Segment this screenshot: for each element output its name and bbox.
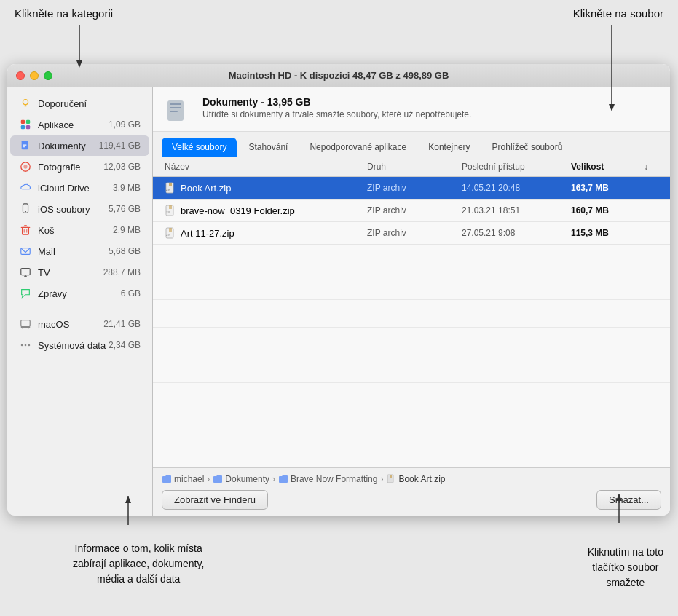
minimize-button[interactable]	[30, 71, 39, 80]
empty-row	[153, 272, 670, 300]
sidebar-label: Doporučení	[38, 98, 141, 109]
sidebar-item-icloud[interactable]: iCloud Drive 3,9 MB	[10, 178, 149, 198]
breadcrumb-item-file: Book Art.zip	[386, 474, 445, 484]
sidebar-item-ios[interactable]: iOS soubory 5,76 GB	[10, 199, 149, 219]
main-window: Macintosh HD - K dispozici 48,47 GB z 49…	[7, 64, 670, 516]
tv-icon	[19, 266, 32, 279]
annotation-line-left	[79, 25, 80, 69]
sort-direction-icon: ↓	[644, 162, 658, 172]
sidebar-size: 3,9 MB	[113, 183, 141, 193]
close-button[interactable]	[16, 71, 25, 80]
svg-rect-4	[26, 120, 30, 124]
zip-icon: ZIP	[165, 227, 176, 239]
zip-icon: ZIP	[165, 182, 176, 194]
show-in-finder-button[interactable]: Zobrazit ve Finderu	[162, 490, 268, 510]
mail-icon	[19, 245, 32, 258]
sidebar-item-aplikace[interactable]: Aplikace 1,09 GB	[10, 114, 149, 135]
sidebar-size: 6 GB	[121, 288, 141, 299]
empty-row	[153, 355, 670, 383]
svg-point-0	[23, 100, 28, 105]
svg-text:ZIP: ZIP	[166, 188, 171, 191]
svg-rect-15	[23, 227, 29, 234]
sidebar-item-dokumenty[interactable]: Dokumenty 119,41 GB	[10, 135, 149, 156]
folder-icon	[278, 474, 288, 484]
svg-text:ZIP: ZIP	[166, 233, 171, 237]
sidebar-label: Systémová data	[38, 340, 109, 351]
col-velikost[interactable]: Velikost	[571, 162, 644, 172]
sidebar-item-kos[interactable]: Koš 2,9 MB	[10, 220, 149, 240]
row-size: 160,7 MB	[571, 205, 644, 216]
breadcrumb-item-michael: michael	[162, 474, 204, 484]
svg-rect-45	[390, 475, 392, 478]
row-size: 115,3 MB	[571, 228, 644, 238]
sidebar-size: 2,34 GB	[109, 340, 141, 350]
row-type: ZIP archiv	[367, 205, 462, 216]
tab-velke-soubory[interactable]: Velké soubory	[162, 138, 237, 157]
sidebar-item-zpravy[interactable]: Zprávy 6 GB	[10, 283, 149, 304]
window-body: Doporučení Aplikace 1,09 GB	[7, 87, 670, 516]
folder-icon	[213, 474, 223, 484]
row-name: ZIP Art 11-27.zip	[165, 227, 367, 239]
cloud-icon	[19, 181, 32, 194]
row-size: 163,7 MB	[571, 183, 644, 193]
sidebar-item-sysdata[interactable]: Systémová data 2,34 GB	[10, 335, 149, 355]
row-type: ZIP archiv	[367, 228, 462, 238]
annotation-top-left: Klikněte na kategorii	[15, 7, 113, 20]
sidebar-label: iOS soubory	[38, 204, 109, 215]
main-content: Dokumenty - 13,95 GB Utřiďte si dokument…	[153, 87, 670, 516]
table-header: Název Druh Poslední přístup Velikost ↓	[153, 157, 670, 177]
empty-row	[153, 245, 670, 272]
sidebar-item-doporuceni[interactable]: Doporučení	[10, 93, 149, 114]
tab-kontejnery[interactable]: Kontejnery	[418, 138, 480, 157]
tab-stahovani[interactable]: Stahování	[238, 138, 298, 157]
sidebar-size: 21,41 GB	[103, 319, 141, 329]
sidebar-size: 5,76 GB	[109, 204, 141, 214]
folder-icon	[162, 474, 172, 484]
category-icon	[165, 96, 194, 125]
sidebar-size: 2,9 MB	[113, 225, 141, 235]
maximize-button[interactable]	[44, 71, 52, 80]
svg-point-29	[25, 344, 27, 347]
sidebar: Doporučení Aplikace 1,09 GB	[7, 87, 153, 516]
trash-icon	[19, 224, 32, 237]
sidebar-item-mail[interactable]: Mail 5,68 GB	[10, 241, 149, 261]
empty-row	[153, 328, 670, 355]
table-row[interactable]: ZIP Book Art.zip ZIP archiv 14.05.21 20:…	[153, 177, 670, 200]
dots-icon	[19, 339, 32, 352]
col-pristup: Poslední přístup	[462, 162, 571, 172]
photo-icon	[19, 160, 32, 173]
tab-prohlizec[interactable]: Prohlížeč souborů	[482, 138, 573, 157]
row-name: ZIP Book Art.zip	[165, 182, 367, 194]
sidebar-divider	[16, 309, 143, 309]
svg-rect-21	[21, 269, 30, 275]
table-row[interactable]: ZIP brave-now_0319 Folder.zip ZIP archiv…	[153, 200, 670, 222]
macos-icon	[19, 317, 32, 331]
tab-nepodporovane[interactable]: Nepodporované aplikace	[299, 138, 417, 157]
table-row[interactable]: ZIP Art 11-27.zip ZIP archiv 27.05.21 9:…	[153, 222, 670, 245]
svg-point-28	[21, 344, 23, 347]
sidebar-label: Fotografie	[38, 162, 103, 173]
row-filename: brave-now_0319 Folder.zip	[181, 205, 295, 216]
sidebar-item-macos[interactable]: macOS 21,41 GB	[10, 314, 149, 334]
category-description: Utřiďte si dokumenty a trvale smažte sou…	[202, 109, 471, 119]
sidebar-label: Mail	[38, 246, 109, 257]
svg-rect-3	[21, 120, 25, 124]
row-date: 21.03.21 18:51	[462, 205, 571, 216]
sidebar-item-fotografie[interactable]: Fotografie 12,03 GB	[10, 157, 149, 177]
sidebar-item-tv[interactable]: TV 288,7 MB	[10, 262, 149, 283]
row-date: 14.05.21 20:48	[462, 183, 571, 193]
sidebar-size: 1,09 GB	[109, 119, 141, 130]
titlebar: Macintosh HD - K dispozici 48,47 GB z 49…	[7, 64, 670, 87]
footer-actions: Zobrazit ve Finderu Smazat...	[162, 490, 661, 510]
sidebar-size: 288,7 MB	[103, 267, 141, 277]
svg-rect-36	[169, 183, 172, 186]
delete-button[interactable]: Smazat...	[596, 490, 661, 510]
svg-rect-5	[21, 125, 25, 129]
col-nazev: Název	[165, 162, 367, 172]
zip-icon: ZIP	[165, 205, 176, 216]
sidebar-label: Dokumenty	[38, 141, 99, 151]
annotation-bottom-right: Kliknutím na toto tlačítko soubor smažet…	[588, 545, 663, 591]
sidebar-label: macOS	[38, 319, 103, 330]
tab-bar: Velké soubory Stahování Nepodporované ap…	[153, 132, 670, 157]
file-table: Název Druh Poslední přístup Velikost ↓ Z…	[153, 157, 670, 467]
